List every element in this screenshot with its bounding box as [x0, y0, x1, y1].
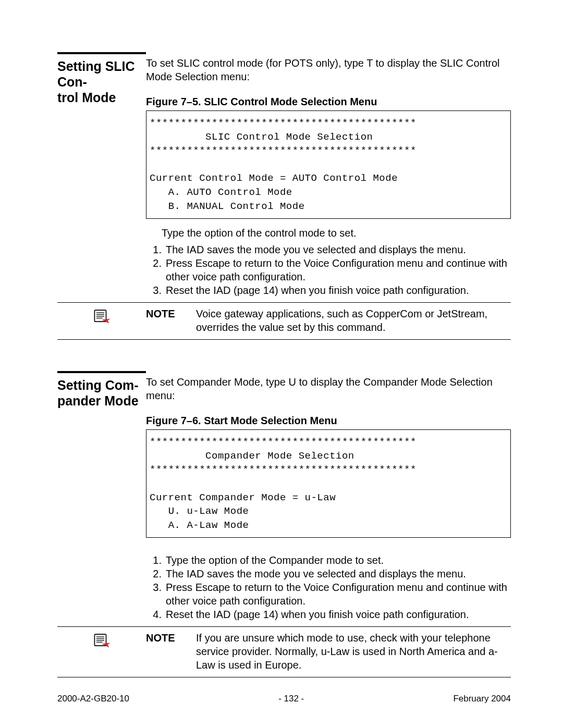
step-2-2: 2. The IAD saves the mode you ve selecte… [146, 567, 511, 581]
steps-block-2: 1. Type the option of the Compander mode… [146, 553, 511, 626]
figure-caption-7-5: Figure 7–5. SLIC Control Mode Selection … [146, 95, 511, 108]
footer-right: February 2004 [453, 694, 511, 704]
terminal-compander-menu: ****************************************… [146, 429, 511, 538]
note-label: NOTE [146, 307, 196, 334]
steps-intro: Type the option of the control mode to s… [146, 226, 511, 240]
terminal-slic-menu: ****************************************… [146, 110, 511, 219]
note-icon-cell-2 [57, 631, 146, 648]
footer-center: - 132 - [278, 694, 304, 704]
step-1-1: 1. The IAD saves the mode you ve selecte… [146, 243, 511, 256]
page: Setting SLIC Con- trol Mode To set SLIC … [0, 0, 563, 728]
note-icon [93, 309, 111, 324]
step-2-1: 1. Type the option of the Compander mode… [146, 553, 511, 567]
left-margin-col: Setting SLIC Con- trol Mode [57, 47, 146, 105]
note-label-2: NOTE [146, 631, 196, 672]
section-title-slic: Setting SLIC Con- trol Mode [57, 52, 146, 105]
section-title-compander: Setting Com- pander Mode [57, 371, 146, 409]
right-content-col-2: To set Compander Mode, type U to display… [146, 366, 511, 626]
steps-block-1: Type the option of the control mode to s… [146, 226, 511, 302]
note-section-1: NOTE Voice gateway applications, such as… [57, 302, 511, 340]
page-footer: 2000-A2-GB20-10 - 132 - February 2004 [57, 694, 511, 704]
note-section-2: NOTE If you are unsure which mode to use… [57, 626, 511, 677]
section-slic: Setting SLIC Con- trol Mode To set SLIC … [57, 47, 511, 302]
step-1-3: 3. Reset the IAD (page 14) when you fini… [146, 283, 511, 297]
figure-caption-7-6: Figure 7–6. Start Mode Selection Menu [146, 414, 511, 427]
intro-text: To set SLIC control mode (for POTS only)… [146, 47, 511, 83]
section-compander: Setting Com- pander Mode To set Compande… [57, 366, 511, 626]
intro-text-2: To set Compander Mode, type U to display… [146, 366, 511, 402]
note-text-2: If you are unsure which mode to use, che… [196, 631, 511, 672]
note-icon-cell [57, 307, 146, 324]
step-2-4: 4. Reset the IAD (page 14) when you fini… [146, 608, 511, 621]
step-1-2: 2. Press Escape to return to the Voice C… [146, 256, 511, 283]
right-content-col: To set SLIC control mode (for POTS only)… [146, 47, 511, 302]
step-2-3: 3. Press Escape to return to the Voice C… [146, 581, 511, 608]
footer-left: 2000-A2-GB20-10 [57, 694, 129, 704]
note-text: Voice gateway applications, such as Copp… [196, 307, 511, 334]
left-margin-col-2: Setting Com- pander Mode [57, 366, 146, 409]
note-icon [93, 633, 111, 648]
